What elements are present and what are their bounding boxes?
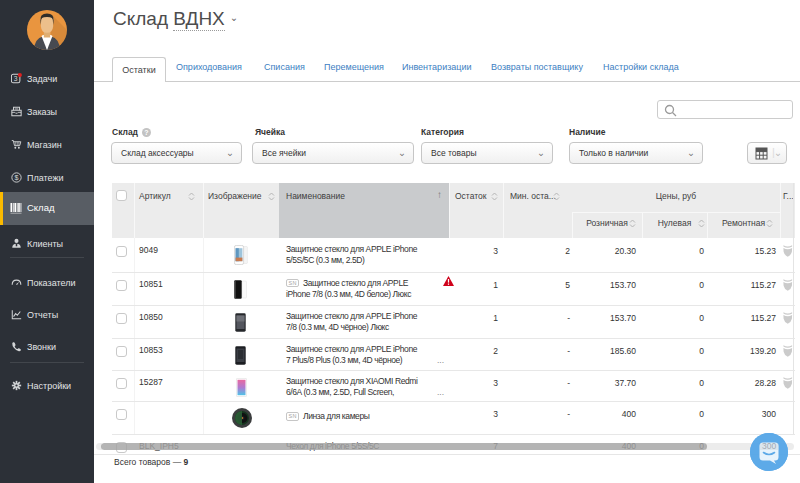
svg-text:3: 3 bbox=[13, 75, 17, 82]
svg-text:$: $ bbox=[14, 173, 18, 182]
svg-text:300: 300 bbox=[762, 441, 776, 451]
